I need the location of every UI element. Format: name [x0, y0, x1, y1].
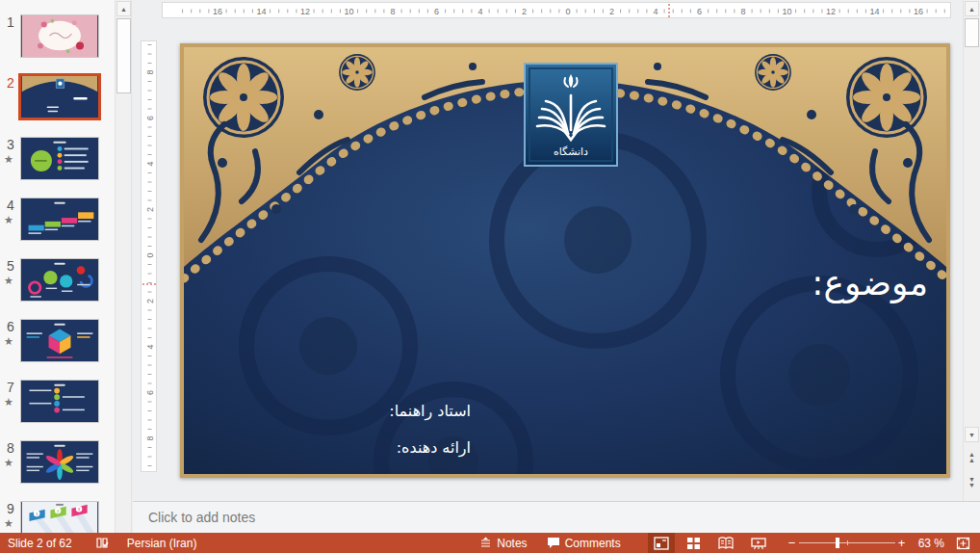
thumbnail-row-1: 1 — [0, 14, 115, 68]
svg-text:14: 14 — [869, 7, 879, 16]
slideshow-icon — [751, 537, 766, 550]
svg-text:8: 8 — [390, 7, 395, 16]
zoom-slider-thumb[interactable] — [836, 538, 839, 548]
zoom-slider-detent — [847, 540, 848, 545]
slide-number: 3 — [3, 137, 18, 152]
scrollbar-thumb[interactable] — [965, 18, 979, 47]
notes-toggle-button[interactable]: Notes — [474, 533, 532, 553]
zoom-in-button[interactable]: + — [895, 536, 909, 550]
slide-number: 4 — [3, 198, 18, 213]
spellcheck-button[interactable] — [90, 533, 116, 553]
thumb-art-circles — [21, 259, 98, 301]
zoom-out-button[interactable]: − — [786, 536, 799, 550]
scrollbar-thumb[interactable] — [116, 18, 131, 93]
thumbnail-scrollbar: ▲ — [115, 0, 132, 533]
reading-view-icon — [718, 537, 734, 550]
language-label: Persian (Iran) — [127, 537, 197, 550]
animation-star-icon[interactable]: ★ — [4, 457, 13, 469]
fit-slide-to-window-button[interactable] — [950, 533, 976, 553]
slide-thumbnail[interactable] — [20, 440, 99, 484]
scroll-down-arrow[interactable]: ▼ — [965, 427, 979, 442]
animation-star-icon[interactable]: ★ — [4, 517, 13, 530]
powerpoint-window: 1 2 — [0, 0, 980, 553]
slide-number: 1 — [3, 14, 18, 30]
scroll-up-arrow[interactable]: ▲ — [965, 1, 979, 16]
animation-star-icon[interactable]: ★ — [4, 153, 13, 166]
svg-text:6: 6 — [145, 390, 155, 395]
svg-text:4: 4 — [145, 344, 155, 349]
svg-text:8: 8 — [145, 435, 155, 440]
thumb-art-title-slide — [21, 76, 98, 118]
slideshow-view-button[interactable] — [745, 533, 772, 553]
slide-sorter-icon — [686, 537, 701, 550]
slide-thumbnail-panel: 1 2 — [0, 0, 115, 533]
thumbnail-row-4: 4 ★ — [0, 198, 115, 251]
slide-indicator-label: Slide 2 of 62 — [8, 537, 72, 550]
vertical-ruler: 864202468 — [141, 40, 157, 472]
presenter-line[interactable]: ارائه دهنده: — [397, 438, 471, 457]
notes-panel: Click to add notes — [133, 501, 980, 533]
svg-text:8: 8 — [740, 7, 745, 16]
svg-text:4: 4 — [477, 7, 482, 16]
comments-icon — [547, 537, 560, 549]
normal-view-button[interactable] — [648, 533, 675, 553]
svg-text:6: 6 — [434, 7, 439, 16]
slide-sorter-view-button[interactable] — [681, 533, 707, 553]
zoom-level-label: 63 % — [918, 537, 944, 550]
status-bar: Slide 2 of 62 Persian (Iran) Notes — [0, 533, 980, 553]
slide-thumbnail[interactable] — [20, 198, 99, 241]
svg-text:16: 16 — [213, 7, 222, 16]
spellcheck-icon — [95, 537, 110, 550]
notes-toggle-label: Notes — [497, 537, 527, 550]
slide-title-placeholder[interactable]: موضوع: — [812, 263, 928, 303]
comments-button[interactable]: Comments — [541, 533, 627, 553]
slide-thumbnail[interactable] — [20, 380, 99, 423]
slide-thumbnail[interactable] — [20, 14, 99, 58]
zoom-slider[interactable] — [799, 533, 895, 553]
svg-text:14: 14 — [256, 7, 266, 16]
slide-thumbnail[interactable] — [20, 258, 99, 302]
svg-text:4: 4 — [653, 7, 658, 16]
language-button[interactable]: Persian (Iran) — [121, 533, 203, 553]
svg-text:2: 2 — [609, 7, 614, 16]
animation-star-icon[interactable]: ★ — [4, 275, 13, 287]
logo-caption: دانشگاه — [554, 145, 588, 158]
slide-thumbnail[interactable] — [20, 137, 99, 180]
svg-text:12: 12 — [826, 7, 836, 16]
animation-star-icon[interactable]: ★ — [4, 335, 13, 348]
next-slide-button[interactable]: ▼▼ — [965, 474, 979, 493]
svg-text:2: 2 — [522, 7, 527, 16]
svg-text:10: 10 — [782, 7, 791, 16]
notes-icon — [479, 537, 492, 549]
animation-star-icon[interactable]: ★ — [4, 214, 13, 226]
svg-text:2: 2 — [145, 207, 155, 212]
svg-text:0: 0 — [145, 252, 155, 257]
thumb-art-stairs — [21, 198, 98, 240]
svg-text:8: 8 — [145, 69, 155, 74]
svg-text:12: 12 — [300, 7, 310, 16]
slide-thumbnail[interactable] — [20, 319, 99, 362]
previous-slide-button[interactable]: ▲▲ — [965, 449, 979, 468]
svg-text:0: 0 — [565, 7, 570, 16]
scroll-up-arrow[interactable]: ▲ — [116, 1, 131, 16]
slide-indicator[interactable]: Slide 2 of 62 — [0, 533, 78, 553]
reading-view-button[interactable] — [712, 533, 739, 553]
svg-text:2: 2 — [145, 299, 155, 303]
zoom-level-button[interactable]: 63 % — [913, 533, 950, 553]
slide-number: 8 — [3, 440, 18, 456]
university-logo[interactable]: دانشگاه — [524, 63, 618, 167]
slide-thumbnail-selected[interactable] — [18, 73, 101, 120]
thumb-art-bullets — [21, 138, 98, 179]
thumbnail-row-8: 8 ★ — [0, 440, 115, 494]
animation-star-icon[interactable]: ★ — [4, 396, 13, 408]
slide-canvas[interactable]: دانشگاه موضوع: استاد راهنما: ارائه دهنده… — [180, 43, 950, 478]
svg-text:16: 16 — [914, 7, 923, 16]
thumbnail-row-3: 3 ★ — [0, 137, 115, 191]
thumb-art-floral — [21, 15, 98, 57]
slide-number: 7 — [3, 380, 18, 395]
slide-number: 2 — [3, 75, 18, 91]
supervisor-line[interactable]: استاد راهنما: — [389, 402, 471, 420]
comments-label: Comments — [565, 537, 621, 550]
thumbnail-row-6: 6 ★ — [0, 319, 115, 373]
notes-placeholder[interactable]: Click to add notes — [148, 510, 255, 525]
